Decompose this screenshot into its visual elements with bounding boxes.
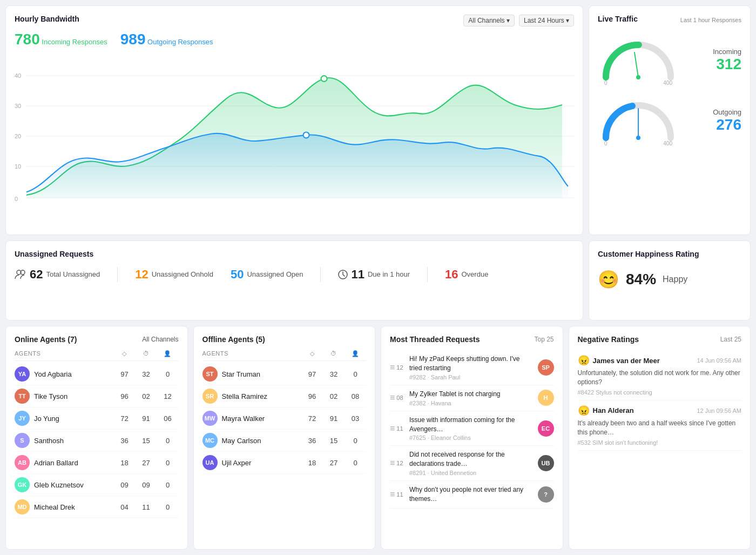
offline-agent-row: MC May Carlson 36 15 0 — [202, 430, 367, 452]
thread-lines-icon: ≡ — [390, 490, 395, 499]
agent-avatar: SR — [202, 389, 218, 404]
rating-ticket: #532 SIM slot isn't functioning! — [578, 439, 742, 446]
svg-text:20: 20 — [15, 133, 21, 140]
live-traffic-card: Live Traffic Last 1 hour Responses 0 40 — [589, 5, 751, 235]
thread-text: My Zylker Tablet is not charging — [409, 390, 534, 399]
incoming-gauge-item: 0 400 Incoming 312 — [598, 34, 741, 86]
agents-icon — [15, 270, 26, 279]
thread-item: ≡ 11 Issue with information coming for t… — [390, 411, 554, 446]
agent-info: MC May Carlson — [202, 433, 302, 448]
agent-info: MW Mayra Walker — [202, 411, 302, 426]
outgoing-gauge-item: 0 400 Outgoing 276 — [598, 95, 741, 146]
online-agent-row: AB Adrian Ballard 18 27 0 — [15, 452, 179, 474]
agent-num3: 0 — [157, 503, 179, 511]
thread-meta: #7625 · Eleanor Collins — [409, 434, 534, 441]
online-agents-title: Online Agents (7) — [15, 335, 77, 344]
thread-count-num: 11 — [396, 425, 403, 432]
rating-name: James van der Meer — [593, 357, 660, 365]
offline-agents-card: Offline Agents (5) AGENTS ◇ ⏱ 👤 ST Star … — [193, 326, 376, 550]
thread-avatar: H — [538, 390, 554, 406]
online-agent-row: TT Tike Tyson 96 02 12 — [15, 385, 179, 407]
agent-avatar: UA — [202, 455, 218, 470]
agent-num1: 09 — [114, 481, 136, 489]
ratings-list: 😠 James van der Meer 14 Jun 09:56 AM Unf… — [578, 350, 742, 450]
live-traffic-subtitle: Last 1 hour Responses — [680, 17, 741, 23]
agent-num2: 27 — [136, 459, 157, 467]
online-channels-btn[interactable]: All Channels — [142, 336, 178, 343]
agent-num3: 0 — [157, 459, 179, 467]
bandwidth-chart: 0 10 20 30 40 — [15, 52, 574, 204]
agent-info: UA Ujil Axper — [202, 455, 302, 470]
divider-2 — [320, 267, 321, 282]
customer-happiness-card: Customer Happiness Rating 😊 84% Happy — [589, 240, 751, 321]
rating-item: 😠 Han Alderan 12 Jun 09:56 AM It's alrea… — [578, 400, 742, 451]
hourly-bandwidth-title: Hourly Bandwidth — [15, 15, 79, 23]
outgoing-stat: 989 Outgoing Responses — [120, 31, 213, 48]
thread-content: Why don't you people not ever tried any … — [409, 485, 534, 504]
agent-num3: 08 — [345, 392, 366, 400]
svg-point-39 — [636, 136, 640, 140]
agent-num2: 91 — [323, 414, 345, 423]
agent-avatar: MW — [202, 411, 218, 426]
agent-num3: 0 — [345, 370, 366, 378]
gauge-min-label: 0 — [604, 80, 608, 86]
thread-text: Hi! My zPad Keeps shutting down. I've tr… — [409, 355, 534, 373]
agent-num1: 18 — [114, 459, 136, 467]
channels-filter[interactable]: All Channels ▾ — [463, 15, 515, 26]
online-agent-row: GK Gleb Kuznetsov 09 09 0 — [15, 474, 179, 496]
unassigned-requests-card: Unassigned Requests 62 Total Unassigned … — [5, 240, 583, 321]
agent-avatar: ST — [202, 366, 218, 382]
agents-col-label: AGENTS — [15, 350, 114, 357]
outgoing-gauge-num: 276 — [713, 116, 741, 133]
outgoing-label: Outgoing Responses — [147, 38, 213, 46]
agent-name: Yod Agbaria — [34, 370, 72, 378]
agent-info: ST Star Truman — [202, 366, 302, 382]
agent-info: GK Gleb Kuznetsov — [15, 477, 114, 492]
rating-text: Unfortunately, the solution did not work… — [578, 369, 742, 387]
online-agent-row: S Santhosh 36 15 0 — [15, 430, 179, 452]
agent-num2: 11 — [136, 503, 157, 511]
outgoing-gauge-max: 400 — [663, 141, 672, 146]
thread-count: ≡ 08 — [390, 393, 405, 403]
rating-name: Han Alderan — [593, 406, 634, 414]
threaded-list: ≡ 12 Hi! My zPad Keeps shutting down. I'… — [390, 350, 554, 508]
online-agent-row: YA Yod Agbaria 97 32 0 — [15, 363, 179, 385]
rating-ticket: #8422 Stylus not connecting — [578, 389, 742, 396]
agent-name: May Carlson — [222, 437, 261, 445]
divider-3 — [427, 267, 428, 282]
offline-agents-col-headers: AGENTS ◇ ⏱ 👤 — [202, 350, 367, 361]
agent-num1: 97 — [114, 370, 136, 378]
angry-face-icon: 😠 — [578, 355, 590, 366]
agent-avatar: TT — [15, 389, 30, 404]
agent-num1: 36 — [301, 437, 323, 445]
thread-count: ≡ 11 — [390, 490, 405, 499]
agent-num2: 15 — [323, 437, 345, 445]
onhold-label: Unassigned Onhold — [152, 270, 213, 278]
thread-item: ≡ 12 Did not received response for the d… — [390, 446, 554, 481]
agent-num3: 12 — [157, 392, 179, 400]
clock-icon — [338, 270, 348, 279]
agent-num3: 03 — [345, 414, 366, 423]
diamond-col-icon: ◇ — [114, 350, 136, 357]
thread-count-num: 12 — [396, 460, 403, 466]
thread-meta: #8291 · United Bennetion — [409, 470, 534, 476]
due-stat: 11 Due in 1 hour — [338, 268, 410, 282]
outgoing-num: 989 — [120, 31, 146, 48]
thread-item: ≡ 12 Hi! My zPad Keeps shutting down. I'… — [390, 350, 554, 385]
thread-count-num: 11 — [396, 491, 403, 498]
rating-user: 😠 Han Alderan 12 Jun 09:56 AM — [578, 405, 742, 417]
thread-avatar: ? — [538, 486, 554, 503]
overdue-num: 16 — [445, 268, 458, 282]
agent-avatar: MC — [202, 433, 218, 448]
agent-num1: 96 — [301, 392, 323, 400]
agent-num1: 18 — [301, 459, 323, 467]
svg-text:40: 40 — [15, 73, 21, 79]
outgoing-gauge-svg — [598, 95, 679, 143]
negative-ratings-title: Negative Ratings — [578, 335, 639, 344]
thread-meta: #2382 · Havana — [409, 400, 534, 406]
customer-happiness-title: Customer Happiness Rating — [598, 250, 741, 258]
total-unassigned-label: Total Unassigned — [46, 270, 100, 278]
agent-num3: 0 — [157, 437, 179, 445]
live-traffic-title: Live Traffic — [598, 15, 638, 23]
time-filter[interactable]: Last 24 Hours ▾ — [519, 15, 574, 26]
